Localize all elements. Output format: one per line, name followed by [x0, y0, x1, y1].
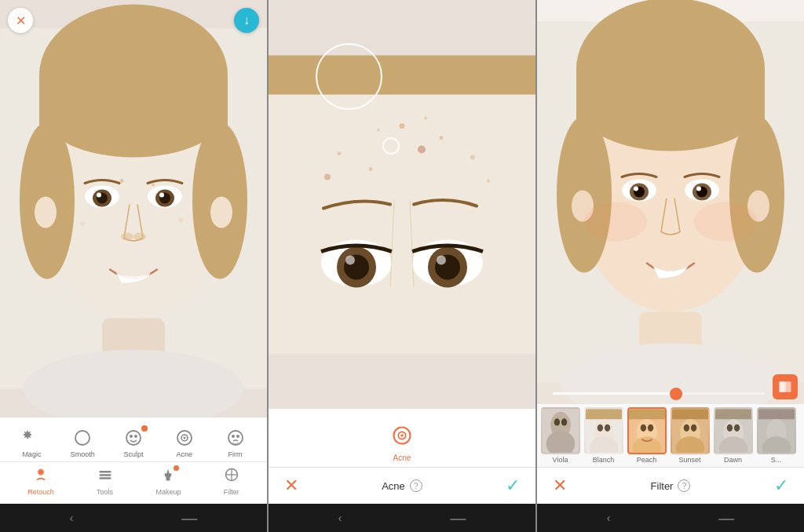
home-btn-3[interactable]: —	[718, 509, 734, 527]
filter-thumb-more	[757, 407, 796, 454]
svg-point-50	[369, 167, 373, 171]
nav-filter[interactable]: Filter	[224, 467, 239, 496]
acne-circle-small[interactable]	[382, 137, 400, 155]
back-btn-1[interactable]: ‹	[70, 512, 74, 524]
app-container: ✕ ↓	[0, 0, 804, 532]
tool-row: Magic Smooth Sculpt	[0, 424, 267, 461]
svg-point-64	[400, 434, 404, 437]
svg-point-34	[236, 435, 239, 438]
svg-point-48	[338, 151, 342, 155]
retouch-nav-icon	[33, 467, 49, 486]
help-button-3[interactable]: ?	[678, 479, 690, 492]
phone-bottom-2: ‹ —	[269, 504, 535, 532]
filter-item-peach[interactable]: Peach	[625, 407, 668, 464]
confirm-button-3[interactable]: ✓	[774, 476, 788, 496]
filter-item-blanch[interactable]: Blanch	[582, 407, 625, 464]
svg-point-12	[97, 193, 101, 198]
filter-name-dawn: Dawn	[724, 456, 742, 464]
filter-item-dawn[interactable]: Dawn	[711, 407, 755, 464]
help-button-2[interactable]: ?	[410, 479, 422, 492]
tool-sculpt[interactable]: Sculpt	[118, 427, 149, 458]
svg-point-33	[232, 435, 235, 438]
sculpt-icon	[122, 427, 144, 449]
svg-point-77	[634, 187, 638, 191]
tool-magic[interactable]: Magic	[16, 427, 47, 458]
svg-point-85	[694, 202, 757, 242]
svg-rect-87	[786, 381, 791, 392]
phone-bottom-1: ‹ —	[0, 504, 267, 532]
svg-point-73	[580, 65, 761, 151]
face-svg-3	[537, 0, 804, 404]
face-svg-1	[0, 0, 267, 417]
nav-tools[interactable]: Tools	[97, 467, 113, 496]
back-btn-3[interactable]: ‹	[607, 512, 611, 524]
filter-name-more: S...	[771, 456, 782, 464]
photo-area-2	[269, 0, 535, 409]
face-svg-2	[269, 0, 535, 409]
svg-point-31	[183, 437, 185, 439]
filter-slider-thumb[interactable]	[670, 388, 682, 400]
nav-retouch-label: Retouch	[27, 488, 54, 496]
svg-point-18	[133, 233, 146, 241]
close-icon: ✕	[16, 13, 26, 28]
tool-sculpt-label: Sculpt	[123, 450, 143, 458]
acne-circle-large[interactable]	[316, 43, 382, 110]
svg-point-36	[38, 470, 42, 474]
compare-button[interactable]	[773, 374, 798, 399]
svg-point-19	[80, 222, 85, 227]
nav-retouch[interactable]: Retouch	[27, 467, 54, 496]
download-button[interactable]: ↓	[234, 8, 259, 33]
tool-firm[interactable]: Firm	[220, 427, 251, 458]
filter-thumb-blanch	[584, 407, 623, 454]
close-button[interactable]: ✕	[8, 8, 33, 33]
svg-point-81	[696, 187, 701, 191]
tool-magic-label: Magic	[22, 450, 41, 458]
confirm-button-2[interactable]: ✓	[506, 476, 520, 496]
tool-acne[interactable]: Acne	[169, 427, 200, 458]
smooth-icon	[71, 427, 93, 449]
filter-thumbnails: Viola Blanch	[537, 404, 804, 467]
photo-area-3	[537, 0, 804, 404]
tool-acne-label: Acne	[177, 450, 193, 458]
svg-point-92	[554, 418, 559, 425]
svg-point-61	[324, 174, 331, 180]
svg-point-32	[228, 431, 243, 445]
home-btn-1[interactable]: —	[181, 509, 197, 527]
acne-tool-display: Acne	[269, 409, 535, 467]
filter-item-more[interactable]: S...	[755, 407, 798, 464]
svg-rect-43	[269, 95, 535, 354]
filter-name-blanch: Blanch	[593, 456, 615, 464]
home-btn-2[interactable]: —	[450, 509, 466, 527]
svg-point-28	[134, 435, 137, 438]
svg-point-98	[597, 425, 602, 432]
action-bar-3: ✕ Filter ? ✓	[537, 467, 804, 504]
makeup-nav-icon	[160, 467, 176, 486]
acne-tool-label: Acne	[393, 454, 411, 462]
photo-area-1: ✕ ↓	[0, 0, 267, 417]
svg-point-20	[178, 218, 183, 223]
filter-slider-fill	[553, 392, 680, 395]
tool-smooth[interactable]: Smooth	[67, 427, 98, 458]
svg-point-117	[733, 425, 739, 432]
sculpt-badge	[141, 425, 148, 432]
action-bar-2: ✕ Acne ? ✓	[269, 467, 535, 504]
svg-rect-101	[629, 409, 665, 419]
svg-point-47	[470, 155, 475, 160]
svg-point-22	[152, 184, 155, 187]
magic-icon	[20, 427, 42, 449]
acne-icon	[174, 427, 196, 449]
back-btn-2[interactable]: ‹	[338, 512, 342, 524]
nav-tools-label: Tools	[97, 488, 113, 496]
cancel-button-3[interactable]: ✕	[553, 476, 567, 496]
svg-point-60	[418, 146, 426, 154]
nav-makeup[interactable]: Makeup	[155, 467, 181, 496]
filter-item-viola[interactable]: Viola	[539, 407, 582, 464]
filter-item-sunset[interactable]: Sunset	[668, 407, 711, 464]
tool-firm-label: Firm	[228, 450, 243, 458]
filter-slider-track	[553, 392, 765, 395]
nav-bar-1: Retouch Tools Makeup	[0, 461, 267, 501]
filter-thumb-viola	[541, 407, 580, 454]
action-label-2: Acne	[382, 480, 405, 492]
cancel-button-2[interactable]: ✕	[284, 476, 298, 496]
svg-point-111	[690, 425, 696, 432]
